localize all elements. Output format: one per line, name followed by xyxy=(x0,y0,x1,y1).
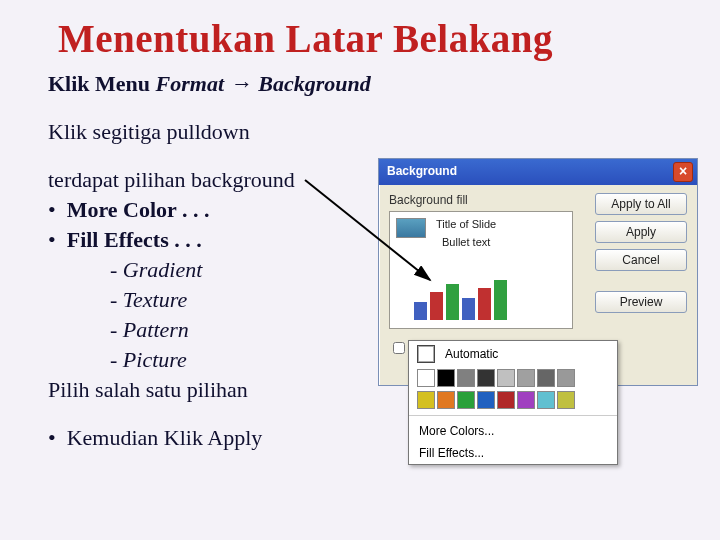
color-swatch[interactable] xyxy=(477,391,495,409)
close-icon[interactable]: × xyxy=(673,162,693,182)
more-colors-item[interactable]: More Colors... xyxy=(409,420,617,442)
apply-all-button[interactable]: Apply to All xyxy=(595,193,687,215)
color-swatch[interactable] xyxy=(417,391,435,409)
color-swatch[interactable] xyxy=(497,369,515,387)
color-swatch[interactable] xyxy=(477,369,495,387)
preview-chart xyxy=(414,278,507,320)
color-swatch[interactable] xyxy=(417,369,435,387)
swatch-row-1 xyxy=(409,367,617,389)
color-swatch[interactable] xyxy=(437,391,455,409)
color-swatch[interactable] xyxy=(517,391,535,409)
automatic-swatch xyxy=(417,345,435,363)
swatch-row-2 xyxy=(409,389,617,411)
slide-title: Menentukan Latar Belakang xyxy=(58,16,690,61)
preview-thumb xyxy=(396,218,426,238)
dialog-titlebar: Background × xyxy=(379,159,697,185)
fill-effects-item[interactable]: Fill Effects... xyxy=(409,442,617,464)
group-label: Background fill xyxy=(389,193,587,207)
preview-title: Title of Slide xyxy=(436,218,496,230)
color-swatch[interactable] xyxy=(437,369,455,387)
instruction-menu-path: Klik Menu Format → Background xyxy=(48,71,690,97)
color-swatch[interactable] xyxy=(537,369,555,387)
color-swatch[interactable] xyxy=(457,369,475,387)
cancel-button[interactable]: Cancel xyxy=(595,249,687,271)
apply-button[interactable]: Apply xyxy=(595,221,687,243)
preview-button[interactable]: Preview xyxy=(595,291,687,313)
color-swatch[interactable] xyxy=(537,391,555,409)
color-swatch[interactable] xyxy=(557,369,575,387)
color-picker-dropdown: Automatic More Colors... Fill Effects... xyxy=(408,340,618,465)
omit-checkbox[interactable] xyxy=(393,342,405,354)
background-preview: Title of Slide Bullet text xyxy=(389,211,573,329)
preview-bullet: Bullet text xyxy=(442,236,490,248)
instruction-pulldown: Klik segitiga pulldown xyxy=(48,119,690,145)
color-swatch[interactable] xyxy=(457,391,475,409)
automatic-row[interactable]: Automatic xyxy=(409,341,617,367)
color-swatch[interactable] xyxy=(557,391,575,409)
color-swatch[interactable] xyxy=(497,391,515,409)
color-swatch[interactable] xyxy=(517,369,535,387)
